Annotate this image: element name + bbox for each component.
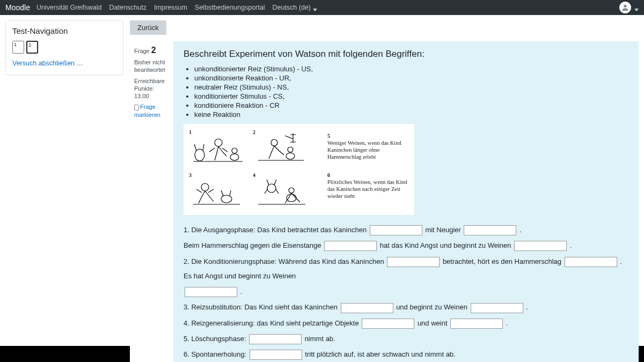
language-label: Deutsch (de) (272, 4, 311, 11)
question-number: 2 (151, 46, 156, 55)
figure-scenes: 1 (189, 129, 318, 210)
chevron-down-icon[interactable] (634, 5, 639, 10)
drop-gap[interactable] (324, 241, 377, 251)
line-text: 4. Reizgeneralisierung: das Kind sieht p… (184, 319, 359, 327)
svg-point-11 (287, 194, 296, 202)
sketch-icon (189, 172, 245, 210)
line-text: . (570, 241, 572, 249)
scene-1: 1 (189, 129, 245, 167)
svg-point-8 (201, 183, 209, 191)
term-item: keine Reaktion (194, 110, 629, 119)
language-menu[interactable]: Deutsch (de) (272, 4, 317, 11)
chevron-down-icon (313, 5, 317, 10)
svg-point-9 (221, 195, 232, 203)
term-item: konditionierter Stimulus - CS, (194, 92, 629, 100)
question-block: Frage 2 Bisher nicht beantwortet Erreich… (130, 41, 639, 362)
quiz-nav-q2[interactable]: 2 (26, 41, 38, 54)
line-text: und weint (418, 319, 448, 327)
nav-link-datenschutz[interactable]: Datenschutz (109, 4, 147, 11)
drop-gap[interactable] (450, 319, 503, 329)
line-text: 3. Reizsubstitution: Das Kind sieht das … (184, 303, 338, 311)
line-text: betrachtet, hört es den Hammerschlag (443, 257, 561, 265)
drop-gap[interactable] (341, 303, 393, 313)
question-state: Bisher nicht beantwortet (134, 58, 169, 74)
svg-point-2 (215, 139, 222, 146)
finish-attempt-link[interactable]: Versuch abschließen … (12, 60, 83, 67)
line-text: mit Neugier (425, 226, 460, 234)
line-text: und beginnt zu Weinen (396, 303, 467, 311)
svg-point-0 (624, 5, 626, 8)
top-nav: Moodle Universität Greifswald Datenschut… (0, 0, 644, 15)
svg-point-4 (232, 148, 237, 153)
drop-gap[interactable] (514, 241, 567, 251)
scene-2: 2 (253, 129, 309, 167)
line-text: hat das Kind Angst und beginnt zu Weinen (380, 241, 511, 249)
back-button[interactable]: Zurück (130, 20, 166, 35)
flag-icon (134, 105, 139, 110)
question-label: Frage (134, 48, 150, 54)
term-item: neutraler Reiz (Stimulus) - NS, (194, 83, 629, 91)
answer-lines: 1. Die Ausgangsphase: Das Kind betrachte… (184, 223, 629, 362)
line-text: . (506, 319, 508, 327)
question-info: Frage 2 Bisher nicht beantwortet Erreich… (130, 41, 174, 362)
term-item: unkonditionierter Reiz (Stimulus) - US, (194, 65, 629, 73)
line-text: . (519, 226, 522, 234)
svg-point-12 (289, 188, 294, 193)
caption-text: Weniger Weinen, wenn das Kind Kaninchen … (327, 140, 401, 160)
line-text: 2. Die Konditionierungsphase: Während da… (184, 257, 384, 265)
user-avatar[interactable] (619, 2, 631, 13)
line-text: Beim Hammerschlag gegen die Eisenstange (184, 241, 321, 249)
quiz-nav-q1[interactable]: 1 (12, 41, 24, 54)
svg-point-6 (286, 153, 295, 159)
drop-gap[interactable] (250, 350, 302, 360)
sketch-icon (253, 129, 309, 167)
svg-point-3 (230, 154, 239, 160)
svg-point-1 (195, 149, 204, 161)
scene-4: 4 (253, 172, 309, 210)
line-text: 5. Löschungsphase: (184, 335, 246, 343)
caption-number: 6 (327, 172, 330, 178)
drop-gap[interactable] (471, 303, 523, 313)
svg-point-5 (271, 139, 277, 146)
drop-gap[interactable] (249, 334, 302, 344)
experiment-figure: 1 (184, 124, 414, 215)
sketch-icon (189, 129, 245, 167)
question-content: Beschreibt Experiment von Watson mit fol… (174, 41, 639, 362)
sketch-icon (253, 172, 309, 210)
person-icon (621, 3, 630, 12)
main-content: Zurück Frage 2 Bisher nicht beantwortet … (130, 20, 639, 341)
drop-gap[interactable] (362, 319, 414, 329)
question-grade: Erreichbare Punkte: 13,00 (134, 77, 169, 100)
caption-number: 5 (327, 133, 330, 139)
scene-3: 3 (189, 172, 245, 210)
terms-list: unkonditionierter Reiz (Stimulus) - US, … (194, 65, 629, 119)
quiz-nav-title: Test-Navigation (12, 26, 116, 35)
term-item: konditioniere Reaktion - CR (194, 101, 629, 109)
svg-point-7 (288, 147, 293, 152)
line-text: 1. Die Ausgangsphase: Das Kind betrachte… (184, 226, 367, 234)
line-text: . (526, 303, 528, 311)
nav-link-impressum[interactable]: Impressum (154, 4, 187, 11)
brand-link[interactable]: Moodle (5, 3, 30, 12)
caption-text: Plötzliches Weinen, wenn das Kind das Ka… (327, 179, 407, 199)
drop-gap[interactable] (464, 225, 516, 235)
svg-point-10 (267, 184, 276, 193)
drop-gap[interactable] (370, 225, 422, 235)
line-text: tritt plötzlich auf, ist aber schwach un… (305, 350, 455, 358)
line-text: nimmt ab. (305, 335, 335, 343)
flag-question-link[interactable]: Frage markieren (134, 103, 169, 119)
figure-captions: 5Weniger Weinen, wenn das Kind Kaninchen… (327, 129, 408, 210)
nav-link-university[interactable]: Universität Greifswald (36, 4, 102, 11)
question-prompt: Beschreibt Experiment von Watson mit fol… (184, 49, 629, 60)
drop-gap[interactable] (185, 287, 237, 297)
nav-link-portal[interactable]: Selbstbedienungsportal (195, 4, 265, 11)
quiz-navigation-block: Test-Navigation 1 2 Versuch abschließen … (5, 20, 123, 75)
drop-gap[interactable] (565, 257, 617, 267)
term-item: unkonditionierte Reaktion - UR, (194, 74, 629, 82)
line-text: . (240, 287, 243, 295)
drop-gap[interactable] (387, 257, 440, 267)
line-text: 6. Spontanerholung: (184, 350, 246, 358)
